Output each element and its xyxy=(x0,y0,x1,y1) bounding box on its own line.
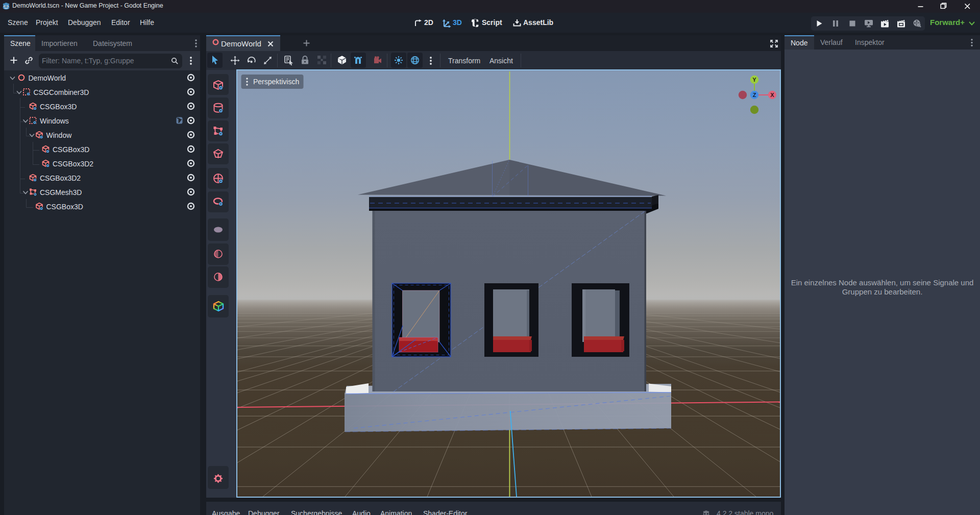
svg-text:Perspektivisch: Perspektivisch xyxy=(253,78,299,86)
svg-text:X: X xyxy=(770,92,774,98)
svg-text:Y: Y xyxy=(752,77,756,83)
svg-text:Z: Z xyxy=(753,92,756,98)
